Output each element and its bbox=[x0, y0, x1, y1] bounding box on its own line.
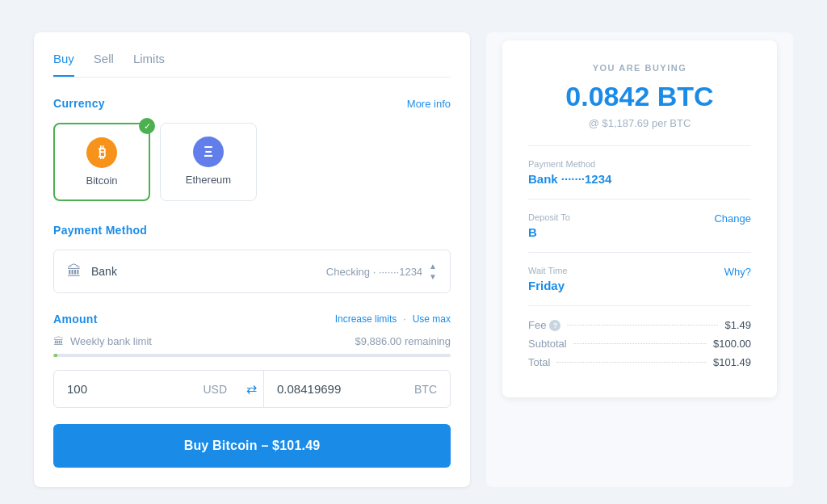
payment-method-row: Payment Method Bank ·······1234 bbox=[528, 159, 751, 186]
amount-section: Amount Increase limits · Use max 🏛 Weekl… bbox=[53, 313, 451, 408]
swap-icon[interactable]: ⇄ bbox=[240, 381, 263, 397]
total-amount: $101.49 bbox=[713, 356, 751, 368]
btc-input-group: 0.08419699 BTC bbox=[263, 371, 450, 407]
wait-time-label: Wait Time bbox=[528, 266, 568, 275]
fee-info-icon[interactable]: ? bbox=[549, 320, 560, 331]
bank-icon: 🏛 bbox=[67, 263, 82, 280]
change-link[interactable]: Change bbox=[714, 212, 751, 225]
fee-amount: $1.49 bbox=[724, 319, 751, 331]
usd-suffix: USD bbox=[203, 383, 227, 396]
main-container: Buy Sell Limits Currency More info ✓ ₿ B… bbox=[18, 16, 809, 503]
tab-limits[interactable]: Limits bbox=[133, 52, 165, 77]
currency-section-header: Currency More info bbox=[53, 97, 451, 110]
tab-buy[interactable]: Buy bbox=[53, 52, 74, 77]
bank-account: Checking · ·······1234 bbox=[326, 266, 422, 278]
payment-method-label: Payment Method bbox=[528, 159, 751, 169]
wait-time-row: Wait Time Friday Why? bbox=[528, 266, 751, 292]
currency-cards: ✓ ₿ Bitcoin Ξ Ethereum bbox=[53, 123, 451, 201]
limit-remaining: $9,886.00 remaining bbox=[355, 335, 451, 347]
you-are-buying-label: YOU ARE BUYING bbox=[528, 63, 751, 73]
progress-fill bbox=[53, 354, 57, 357]
fee-dots bbox=[567, 325, 718, 326]
limit-row: 🏛 Weekly bank limit $9,886.00 remaining bbox=[53, 335, 451, 347]
payment-title: Payment Method bbox=[53, 224, 147, 237]
bank-name: Bank bbox=[91, 265, 117, 278]
receipt-btc-amount: 0.0842 BTC bbox=[528, 81, 751, 112]
tab-bar: Buy Sell Limits bbox=[53, 52, 451, 78]
bank-selector[interactable]: 🏛 Bank Checking · ·······1234 ▲ ▼ bbox=[53, 250, 451, 293]
eth-icon: Ξ bbox=[193, 136, 224, 167]
currency-card-eth[interactable]: Ξ Ethereum bbox=[160, 123, 257, 201]
fee-row: Fee ? $1.49 bbox=[528, 319, 751, 331]
left-panel: Buy Sell Limits Currency More info ✓ ₿ B… bbox=[34, 32, 470, 487]
deposit-to-value: B bbox=[528, 225, 570, 239]
subtotal-dots bbox=[573, 343, 707, 344]
btc-amount-input: 0.08419699 bbox=[277, 382, 414, 396]
selected-check-icon: ✓ bbox=[139, 118, 155, 134]
total-label: Total bbox=[528, 356, 550, 368]
deposit-to-label: Deposit To bbox=[528, 212, 570, 222]
limit-label: Weekly bank limit bbox=[70, 335, 152, 347]
divider-2 bbox=[528, 199, 751, 200]
why-link[interactable]: Why? bbox=[724, 266, 751, 278]
tab-sell[interactable]: Sell bbox=[94, 52, 114, 77]
payment-method-value: Bank ·······1234 bbox=[528, 172, 751, 186]
btc-icon: ₿ bbox=[86, 137, 117, 168]
divider-3 bbox=[528, 252, 751, 253]
amount-links: Increase limits · Use max bbox=[335, 313, 451, 325]
stepper-icon[interactable]: ▲ ▼ bbox=[429, 262, 437, 281]
btc-label: Bitcoin bbox=[86, 174, 117, 187]
dot-separator: · bbox=[403, 313, 405, 325]
limit-left: 🏛 Weekly bank limit bbox=[53, 335, 152, 347]
amount-title: Amount bbox=[53, 313, 98, 326]
subtotal-amount: $100.00 bbox=[713, 338, 751, 350]
payment-section: Payment Method 🏛 Bank Checking · ·······… bbox=[53, 224, 451, 293]
subtotal-label: Subtotal bbox=[528, 338, 567, 350]
deposit-to-group: Deposit To B bbox=[528, 212, 570, 239]
currency-card-btc[interactable]: ✓ ₿ Bitcoin bbox=[53, 123, 150, 201]
progress-bar bbox=[53, 354, 451, 357]
deposit-to-row: Deposit To B Change bbox=[528, 212, 751, 239]
usd-input[interactable] bbox=[67, 382, 132, 396]
fee-label: Fee ? bbox=[528, 319, 560, 331]
more-info-link[interactable]: More info bbox=[407, 98, 451, 110]
amount-header: Amount Increase limits · Use max bbox=[53, 313, 451, 326]
wait-time-value: Friday bbox=[528, 279, 568, 292]
buy-button[interactable]: Buy Bitcoin – $101.49 bbox=[53, 424, 451, 468]
divider-1 bbox=[528, 145, 751, 146]
subtotal-row: Subtotal $100.00 bbox=[528, 338, 751, 350]
bank-right: Checking · ·······1234 ▲ ▼ bbox=[326, 262, 437, 281]
btc-suffix: BTC bbox=[414, 383, 437, 396]
use-max-link[interactable]: Use max bbox=[413, 313, 451, 325]
currency-title: Currency bbox=[53, 97, 105, 110]
total-dots bbox=[556, 362, 707, 363]
wait-time-group: Wait Time Friday bbox=[528, 266, 568, 292]
receipt-card: YOU ARE BUYING 0.0842 BTC @ $1,187.69 pe… bbox=[502, 40, 777, 397]
eth-label: Ethereum bbox=[186, 174, 231, 186]
bank-limit-icon: 🏛 bbox=[53, 335, 64, 347]
total-row: Total $101.49 bbox=[528, 356, 751, 368]
divider-4 bbox=[528, 305, 751, 306]
bank-left: 🏛 Bank bbox=[67, 263, 117, 280]
right-panel: YOU ARE BUYING 0.0842 BTC @ $1,187.69 pe… bbox=[486, 32, 793, 487]
amount-input-row: USD ⇄ 0.08419699 BTC bbox=[53, 370, 451, 408]
payment-section-header: Payment Method bbox=[53, 224, 451, 237]
usd-input-group: USD bbox=[54, 371, 240, 407]
price-per-btc: @ $1,187.69 per BTC bbox=[528, 117, 751, 129]
increase-limits-link[interactable]: Increase limits bbox=[335, 313, 397, 325]
